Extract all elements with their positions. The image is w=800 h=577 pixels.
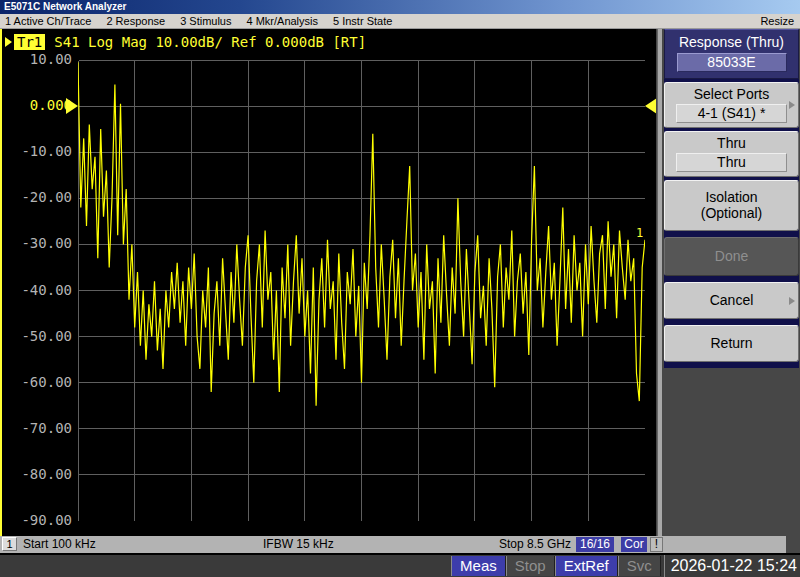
start-frequency-readout: Start 100 kHz [23, 537, 96, 552]
ref-level-marker-left-icon [66, 98, 78, 114]
y-axis-tick-label: -20.00 [0, 189, 72, 205]
sweep-count-badge: 16/16 [576, 537, 614, 552]
softkey-scroll-track[interactable] [657, 29, 662, 536]
y-axis-tick-label: -90.00 [0, 512, 72, 528]
submenu-arrow-icon [789, 297, 795, 305]
y-axis-tick-label: -50.00 [0, 328, 72, 344]
sidebar-filler [786, 536, 800, 553]
correction-badge: Cor [621, 537, 647, 552]
softkey-menu-header: Response (Thru) 85033E [664, 29, 799, 79]
svc-status-badge: Svc [618, 556, 661, 576]
trace-annotation: Tr1 S41 Log Mag 10.00dB/ Ref 0.000dB [RT… [5, 34, 366, 50]
softkey-sidebar: Response (Thru) 85033E Select Ports 4-1 … [656, 29, 800, 536]
meas-status-badge: Meas [451, 556, 506, 576]
y-axis-tick-label: -30.00 [0, 235, 72, 251]
trace-name-badge[interactable]: Tr1 [14, 34, 45, 50]
channel-status-bar: 1 Start 100 kHz IFBW 15 kHz Stop 8.5 GHz… [0, 536, 786, 553]
ifbw-readout: IFBW 15 kHz [263, 537, 334, 552]
trace-plot [78, 60, 645, 521]
menu-item-instr-state[interactable]: 5 Instr State [333, 15, 392, 27]
menu-item-stimulus[interactable]: 3 Stimulus [180, 15, 231, 27]
y-axis-tick-label: 0.000 [0, 97, 72, 113]
menu-item-mkr-analysis[interactable]: 4 Mkr/Analysis [246, 15, 318, 27]
submenu-arrow-icon [789, 101, 795, 109]
instrument-screen: Tr1 S41 Log Mag 10.00dB/ Ref 0.000dB [RT… [0, 29, 656, 536]
y-axis-tick-label: -70.00 [0, 420, 72, 436]
alert-badge: ! [650, 537, 663, 552]
active-trace-arrow-icon [5, 37, 12, 47]
y-axis-tick-label: -60.00 [0, 374, 72, 390]
trace-number-label: 1 [636, 226, 643, 240]
y-axis-tick-label: -80.00 [0, 466, 72, 482]
softkey-done: Done [664, 237, 799, 276]
softkey-return[interactable]: Return [664, 325, 799, 362]
channel-number-box: 1 [2, 537, 17, 551]
cal-kit-value: 85033E [677, 53, 787, 72]
stop-status-badge: Stop [506, 556, 555, 576]
softkey-select-ports[interactable]: Select Ports 4-1 (S41) * [664, 82, 799, 128]
thru-value: Thru [676, 153, 787, 172]
y-axis-tick-label: 10.00 [0, 51, 72, 67]
y-axis-tick-label: -40.00 [0, 282, 72, 298]
y-axis-tick-label: -10.00 [0, 143, 72, 159]
select-ports-value: 4-1 (S41) * [676, 104, 787, 123]
menu-item-response[interactable]: 2 Response [106, 15, 165, 27]
window-titlebar: E5071C Network Analyzer [0, 0, 800, 14]
softkey-thru[interactable]: Thru Thru [664, 131, 799, 177]
resize-control[interactable]: Resize [760, 15, 794, 27]
extref-status-badge: ExtRef [555, 556, 618, 576]
softkey-isolation[interactable]: Isolation (Optional) [664, 180, 799, 231]
softkey-cancel[interactable]: Cancel [664, 282, 799, 319]
application-window: E5071C Network Analyzer 1 Active Ch/Trac… [0, 0, 800, 577]
stop-frequency-readout: Stop 8.5 GHz [499, 537, 571, 552]
menu-item-active-ch-trace[interactable]: 1 Active Ch/Trace [5, 15, 91, 27]
trace-graticule [78, 60, 645, 521]
softkey-menu-title: Response (Thru) [669, 34, 794, 50]
instrument-status-bar: Meas Stop ExtRef Svc 2026-01-22 15:24 [0, 553, 800, 577]
menu-bar: 1 Active Ch/Trace 2 Response 3 Stimulus … [0, 14, 800, 29]
datetime-readout: 2026-01-22 15:24 [664, 555, 800, 577]
window-title: E5071C Network Analyzer [4, 1, 126, 12]
trace-format-readout: S41 Log Mag 10.00dB/ Ref 0.000dB [RT] [54, 34, 366, 50]
softkey-stack: Response (Thru) 85033E Select Ports 4-1 … [664, 29, 799, 368]
